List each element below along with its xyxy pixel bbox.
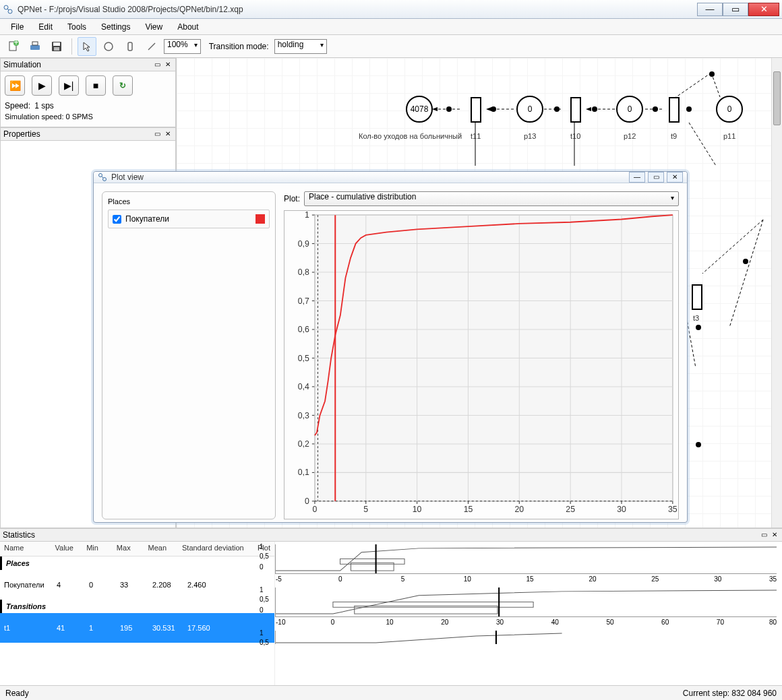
place-p12[interactable]: 0 (616, 96, 643, 123)
svg-line-24 (702, 220, 763, 274)
svg-rect-6 (30, 45, 40, 50)
titlebar: QPNet - F:/projs/Visual Studio 2008/Proj… (0, 0, 782, 19)
sim-status: Simulation speed: 0 SPMS (5, 113, 171, 121)
close-icon[interactable]: ✕ (770, 530, 779, 540)
plot-view-titlebar[interactable]: Plot view — ▭ ✕ (94, 172, 687, 183)
close-button[interactable]: ✕ (748, 3, 779, 16)
sim-fast-forward-button[interactable]: ⏩ (5, 75, 25, 96)
transitions-section: Transitions (0, 600, 274, 613)
svg-line-13 (148, 43, 155, 50)
zoom-select[interactable]: 100% (164, 39, 201, 54)
float-icon[interactable]: ▭ (152, 60, 162, 69)
places-panel: Places Покупатели (102, 191, 276, 519)
float-icon[interactable]: ▭ (152, 129, 162, 139)
svg-text:30: 30 (617, 505, 626, 514)
svg-text:5: 5 (363, 505, 368, 514)
svg-text:10: 10 (413, 505, 422, 514)
sim-reset-button[interactable]: ↻ (113, 75, 133, 96)
svg-rect-7 (32, 42, 38, 45)
svg-rect-28 (340, 559, 405, 565)
plot-type-select[interactable]: Place - cumulative distribution (304, 191, 679, 206)
menu-view[interactable]: View (140, 21, 168, 33)
sparkline-transition: 1 0,5 0 -10 0 10 20 30 40 50 60 70 80 (275, 587, 777, 617)
places-header: Places (108, 197, 270, 205)
menu-edit[interactable]: Edit (33, 21, 58, 33)
place-series-item[interactable]: Покупатели (108, 210, 270, 228)
menu-settings[interactable]: Settings (96, 21, 136, 33)
svg-line-25 (729, 220, 763, 327)
svg-text:0,9: 0,9 (298, 239, 309, 249)
sparkline-extra: 1 0,5 (275, 631, 777, 644)
stats-row-place[interactable]: Покупатели 4 0 33 2.208 2.460 (0, 570, 274, 600)
transition-mode-select[interactable]: holding (274, 39, 327, 54)
close-icon[interactable]: ✕ (163, 60, 173, 69)
p12-label: p12 (624, 132, 636, 140)
sim-step-button[interactable]: ▶| (59, 75, 79, 96)
menu-file[interactable]: File (5, 21, 29, 33)
sim-play-button[interactable]: ▶ (32, 75, 52, 96)
place-series-label: Покупатели (125, 214, 169, 224)
svg-point-35 (103, 178, 107, 181)
svg-text:0,7: 0,7 (298, 296, 309, 306)
save-button[interactable] (47, 37, 66, 56)
speed-label: Speed: (5, 101, 30, 110)
svg-point-34 (99, 174, 102, 177)
svg-text:0,6: 0,6 (298, 325, 309, 334)
print-button[interactable] (26, 37, 44, 56)
speed-value[interactable]: 1 sps (34, 101, 54, 110)
plot-close-button[interactable]: ✕ (667, 172, 683, 183)
transition-tool[interactable] (121, 37, 140, 56)
svg-text:0,1: 0,1 (298, 468, 309, 477)
svg-text:0,2: 0,2 (298, 439, 309, 449)
t11-label: t11 (471, 132, 481, 140)
svg-text:35: 35 (668, 505, 678, 514)
transition-t11[interactable] (471, 97, 481, 123)
place-tool[interactable] (99, 37, 118, 56)
p11-label: p11 (723, 132, 735, 140)
svg-line-36 (102, 177, 103, 178)
place-sickleave-label: Кол-во уходов на больничный (359, 132, 462, 140)
close-icon[interactable]: ✕ (163, 129, 173, 139)
statistics-panel: Statistics ▭ ✕ Name Value Min Max Mean S… (0, 528, 782, 685)
menu-tools[interactable]: Tools (62, 21, 92, 33)
svg-text:0: 0 (305, 497, 309, 506)
menu-about[interactable]: About (172, 21, 204, 33)
place-p11[interactable]: 0 (716, 96, 743, 123)
properties-panel-header: Properties ▭ ✕ (0, 127, 176, 141)
new-doc-button[interactable]: + (4, 37, 23, 56)
sparkline-place: 1 0,5 0 -5 0 5 10 15 20 25 30 35 (275, 544, 777, 574)
maximize-button[interactable]: ▭ (723, 3, 748, 16)
float-icon[interactable]: ▭ (759, 530, 769, 540)
plot-type-label: Plot: (284, 194, 300, 203)
sim-stop-button[interactable]: ■ (86, 75, 106, 96)
plot-minimize-button[interactable]: — (629, 172, 645, 183)
transition-t9[interactable] (669, 97, 680, 123)
statusbar: Ready Current step: 832 084 960 (0, 685, 782, 700)
select-tool[interactable] (78, 37, 96, 56)
minimize-button[interactable]: — (697, 3, 723, 16)
status-left: Ready (5, 689, 29, 698)
stats-row-transition[interactable]: t1 41 1 195 30.531 17.560 (0, 613, 274, 643)
cdf-chart[interactable]: 00,10,20,30,40,50,60,70,80,9105101520253… (284, 210, 679, 519)
plot-view-title: Plot view (111, 172, 144, 182)
t9-label: t9 (671, 132, 677, 140)
transition-t10[interactable] (570, 97, 581, 123)
place-series-checkbox[interactable] (113, 215, 121, 224)
svg-point-11 (104, 42, 113, 51)
svg-rect-12 (128, 42, 132, 51)
plot-view-window[interactable]: Plot view — ▭ ✕ Places Покупатели Plot: … (93, 171, 688, 523)
svg-text:0,5: 0,5 (298, 354, 309, 363)
svg-rect-9 (53, 42, 60, 46)
place-sickleave[interactable]: 4078 (406, 96, 433, 123)
svg-text:+: + (13, 40, 18, 47)
status-step-value: 832 084 960 (731, 689, 777, 698)
svg-text:1: 1 (305, 211, 309, 220)
stats-table[interactable]: Name Value Min Max Mean Standard deviati… (0, 542, 275, 685)
svg-text:0,8: 0,8 (298, 267, 309, 277)
plot-maximize-button[interactable]: ▭ (648, 172, 664, 183)
place-p13[interactable]: 0 (516, 96, 543, 123)
arc-tool[interactable] (142, 37, 161, 56)
p13-label: p13 (524, 132, 536, 140)
toolbar: + 100% Transition mode: holding (0, 35, 782, 58)
transition-t3[interactable] (692, 284, 702, 310)
